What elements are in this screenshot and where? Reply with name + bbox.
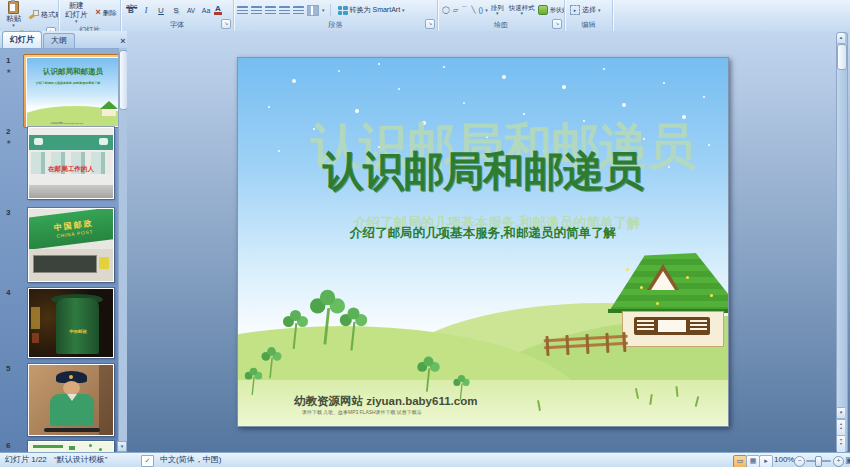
oval-shape-icon[interactable]: ◯: [441, 4, 451, 16]
quick-styles-button[interactable]: 快速样式 ▾: [507, 4, 537, 16]
thumbnail-slide-1-selected[interactable]: 认识邮局和邮递员 介绍了邮局的几项基本服务,和邮递员的简单了解 幼教资源网站 z…: [23, 54, 121, 128]
shape-effects-button[interactable]: 形状效果 ▾: [538, 5, 565, 15]
change-case-button[interactable]: Aa: [199, 3, 213, 17]
small-sign: [99, 257, 109, 269]
box-shape-icon[interactable]: ▱: [452, 4, 459, 16]
new-slide-button[interactable]: 新建 幻灯片 ▾: [62, 1, 91, 24]
powerpoint-window: 粘贴 ▾ 格式刷 剪贴板 ↘ 新建 幻灯片 ▾: [0, 0, 850, 467]
clover-decoration: [458, 375, 465, 382]
thumbnail-slide-6[interactable]: [28, 441, 114, 452]
clover-decoration: [250, 368, 258, 376]
scroll-up-button[interactable]: ▴: [837, 33, 845, 44]
slide-sorter-view-button[interactable]: ▦: [746, 455, 760, 467]
select-button[interactable]: ▸ 选择 ▾: [568, 4, 603, 16]
spell-check-icon[interactable]: ✓: [141, 455, 154, 467]
strikethrough-button[interactable]: abc: [124, 0, 139, 14]
align-left-button[interactable]: [237, 6, 248, 15]
line-shape-icon[interactable]: ╲: [470, 4, 476, 16]
postman-face: [63, 381, 80, 395]
next-slide-button[interactable]: ▾ ▾: [837, 435, 845, 452]
mini-house: [102, 109, 116, 116]
justify-button[interactable]: [279, 6, 290, 15]
thumbnail-slide-5[interactable]: [28, 364, 114, 436]
drawing-dialog-launcher[interactable]: ↘: [552, 19, 562, 29]
distribute-button[interactable]: [293, 6, 304, 15]
slide-counter: 幻灯片 1/22: [5, 453, 47, 467]
divider: [330, 4, 331, 16]
ribbon-group-paragraph: ▾ 转换为 SmartArt ▾ 段落 ↘: [234, 0, 438, 31]
shapes-more-button[interactable]: ▾: [485, 8, 488, 13]
website-text: 幼教资源网站 ziyuan.baby611.com: [294, 394, 477, 409]
shape-effects-icon: [538, 5, 548, 15]
underline-button[interactable]: U: [154, 3, 168, 17]
zoom-slider-thumb[interactable]: [815, 456, 822, 467]
clover-decoration: [267, 347, 276, 356]
columns-button[interactable]: [307, 5, 319, 16]
paragraph-dialog-launcher[interactable]: ↘: [425, 19, 435, 29]
clover-decoration: [320, 290, 335, 305]
align-center-button[interactable]: [251, 6, 262, 15]
clover-decoration: [424, 357, 434, 367]
bracket-shape-icon[interactable]: (): [477, 4, 484, 16]
dot: [99, 448, 102, 451]
tab-outline[interactable]: 大纲: [43, 33, 75, 48]
tab-slides[interactable]: 幻灯片: [2, 31, 42, 48]
clover-decoration: [290, 310, 301, 321]
thumbnail-slide-4[interactable]: 中国邮政: [28, 288, 114, 358]
stamp: [69, 446, 75, 450]
caret-down-icon: ▾: [520, 11, 523, 16]
delete-icon: ×: [96, 8, 101, 17]
mini-house-roof: [100, 101, 118, 109]
animation-star-icon: ★: [6, 138, 11, 145]
editing-group-label: 编辑: [582, 21, 596, 28]
slideshow-view-button[interactable]: ▸: [759, 455, 773, 467]
drawing-group-label: 绘图: [494, 21, 508, 28]
zoom-out-button[interactable]: −: [794, 456, 805, 467]
delete-slide-button[interactable]: × 删除: [94, 7, 119, 19]
warm-light: [32, 333, 39, 343]
format-painter-label: 格式刷: [41, 10, 59, 20]
mini-footer-text: 幼教资源网站 ziyuan.baby611.com: [37, 122, 97, 125]
format-painter-icon: [29, 10, 39, 19]
main-scrollbar[interactable]: ▴ ▾ ▴ ▴ ▾ ▾: [836, 32, 848, 452]
font-group-label: 字体: [170, 21, 184, 28]
thumbnail-slide-2[interactable]: 在邮局工作的人: [28, 127, 114, 199]
mailbox-label: 中国邮政: [55, 328, 101, 334]
clover-decoration: [347, 307, 359, 319]
slide-subtitle[interactable]: 介绍了邮局的几项基本服务,和邮递员的简单了解: [238, 225, 729, 242]
paste-button[interactable]: 粘贴 ▾: [3, 1, 24, 28]
new-slide-label-1: 新建: [69, 1, 84, 10]
slide-canvas[interactable]: 认识邮局和邮递员: [237, 57, 729, 427]
panel-scrollbar[interactable]: [118, 48, 127, 452]
align-right-button[interactable]: [265, 6, 276, 15]
character-spacing-button[interactable]: AV: [184, 3, 198, 17]
shadow: [99, 365, 113, 435]
convert-to-smartart-button[interactable]: 转换为 SmartArt ▾: [336, 4, 407, 16]
format-painter-button[interactable]: 格式刷: [27, 9, 59, 21]
slide-editing-area: 认识邮局和邮递员: [127, 31, 850, 452]
slide-number: 6: [6, 441, 10, 450]
dot: [89, 444, 92, 447]
thumbnail-slide-3[interactable]: 中国邮政 CHINA POST: [28, 208, 114, 282]
caret-down-icon: ▾: [402, 8, 405, 13]
italic-button[interactable]: I: [139, 3, 153, 17]
zoom-in-button[interactable]: +: [833, 456, 844, 467]
language-indicator[interactable]: 中文(简体，中国): [160, 453, 221, 467]
mini-title: 认识邮局和邮递员: [27, 67, 119, 77]
scrollbar-thumb[interactable]: [837, 44, 847, 70]
arc-shape-icon[interactable]: ⌒: [460, 4, 469, 16]
arrange-button[interactable]: 排列 ▾: [489, 4, 506, 16]
scroll-down-button[interactable]: ▾: [837, 407, 845, 419]
panel-scroll-down-button[interactable]: ▾: [117, 441, 127, 452]
fit-to-window-button[interactable]: ▣: [845, 455, 850, 466]
font-color-button[interactable]: A: [214, 5, 222, 15]
slide-title[interactable]: 认识邮局和邮递员: [238, 144, 729, 199]
font-dialog-launcher[interactable]: ↘: [221, 19, 231, 29]
bicycle-handlebar: [44, 428, 100, 432]
zoom-level[interactable]: 100%: [774, 453, 794, 467]
text-shadow-button[interactable]: S: [169, 3, 183, 17]
normal-view-button[interactable]: ▭: [733, 455, 747, 467]
shop-window: [33, 255, 97, 273]
ribbon-group-drawing: ◯ ▱ ⌒ ╲ () ▾ 排列 ▾ 快速样式 ▾ 形状效果 ▾: [438, 0, 565, 31]
ribbon: 粘贴 ▾ 格式刷 剪贴板 ↘ 新建 幻灯片 ▾: [0, 0, 850, 32]
